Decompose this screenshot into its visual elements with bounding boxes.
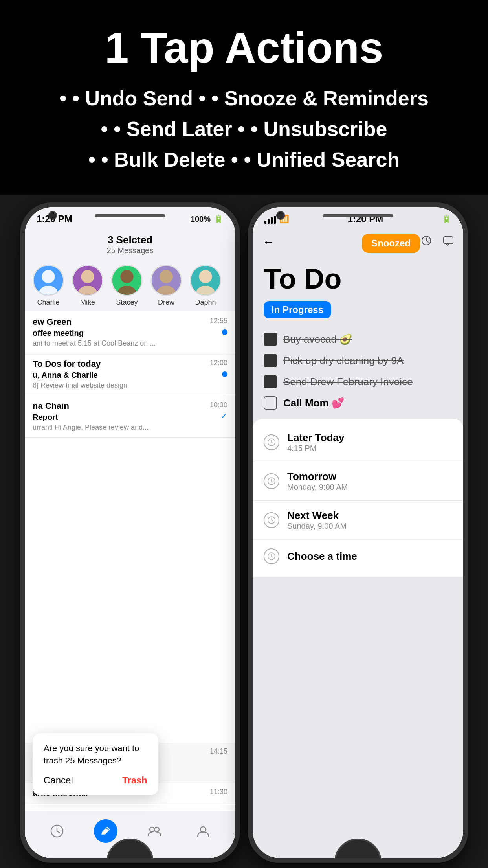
- snooze-item-2[interactable]: Tomorrow Monday, 9:00 AM: [253, 462, 463, 501]
- svg-line-25: [426, 241, 428, 242]
- dialog-cancel-button[interactable]: Cancel: [44, 775, 73, 786]
- snooze-label-3: Next Week: [287, 509, 347, 522]
- snooze-item-1[interactable]: Later Today 4:15 PM: [253, 423, 463, 462]
- left-time: 1:20 PM: [37, 213, 72, 224]
- svg-line-17: [57, 831, 59, 833]
- todo-text-4: Call Mom 💕: [283, 397, 344, 409]
- avatar-name-drew: Drew: [158, 298, 174, 307]
- svg-point-10: [160, 270, 172, 283]
- avatar-circle-daphn: [190, 265, 221, 296]
- snooze-label-4: Choose a time: [287, 550, 357, 563]
- email-subject-1: offee meeting: [33, 329, 227, 338]
- back-button[interactable]: ←: [262, 235, 275, 249]
- email-time-2: 12:00: [210, 359, 227, 367]
- avatar-name-charlie: Charlie: [37, 298, 59, 307]
- svg-point-1: [42, 270, 55, 283]
- todo-checkbox-2: [264, 354, 277, 367]
- main-title: 1 Tap Actions: [16, 24, 472, 71]
- todo-checkbox-4: [264, 396, 277, 410]
- in-progress-badge: In Progress: [264, 301, 331, 318]
- clock-icon-3: [264, 512, 279, 528]
- avatar-stacey[interactable]: Stacey: [111, 265, 143, 307]
- signal-icon: 📶: [264, 214, 289, 224]
- todo-item-1[interactable]: Buy avocad 🥑: [264, 333, 452, 346]
- history-icon[interactable]: [421, 235, 432, 249]
- snooze-item-3[interactable]: Next Week Sunday, 9:00 AM: [253, 501, 463, 540]
- email-item-1[interactable]: ew Green 12:55 offee meeting ant to meet…: [25, 311, 235, 353]
- email-preview-1: ant to meet at 5:15 at Cool Beanz on ...: [33, 339, 227, 348]
- left-phone-screen: 1:20 PM 100% 🔋 3 Selcted 25 Messages: [25, 207, 235, 858]
- todo-checkbox-1: [264, 333, 277, 346]
- email-item-2[interactable]: To Dos for today 12:00 u, Anna & Charlie…: [25, 353, 235, 395]
- email-item-3[interactable]: na Chain 10:30 Report urrantl Hi Angie, …: [25, 395, 235, 438]
- subtitle: • • Undo Send • • Snooze & Reminders • •…: [16, 83, 472, 175]
- todo-text-1: Buy avocad 🥑: [283, 333, 352, 346]
- clock-icon-2: [264, 473, 279, 489]
- todo-item-3[interactable]: Send Drew February Invoice: [264, 375, 452, 388]
- email-list: ew Green 12:55 offee meeting ant to meet…: [25, 311, 235, 438]
- feature-line-2: • • Send Later • • Unsubscribe: [101, 118, 387, 140]
- dialog-trash-button[interactable]: Trash: [122, 775, 147, 786]
- message-icon[interactable]: [443, 235, 454, 249]
- selected-sub: 25 Messages: [25, 246, 235, 255]
- avatar-charlie[interactable]: Charlie: [33, 265, 64, 307]
- svg-point-19: [150, 827, 154, 832]
- dialog-buttons: Cancel Trash: [44, 775, 147, 786]
- snooze-sub-3: Sunday, 9:00 AM: [287, 522, 347, 531]
- right-top-bar: ←: [253, 231, 463, 253]
- avatar-mike[interactable]: Mike: [72, 265, 103, 307]
- avatar-drew[interactable]: Drew: [150, 265, 182, 307]
- checkmark-3: ✓: [220, 411, 227, 421]
- avatar-daphn[interactable]: Daphn: [190, 265, 221, 307]
- feature-line-1: • • Undo Send • • Snooze & Reminders: [59, 87, 429, 110]
- dialog-box: Are you sure you want to trash 25 Messag…: [33, 733, 158, 795]
- todo-item-2[interactable]: Pick up dry cleaning by 9A: [264, 354, 452, 367]
- svg-point-4: [81, 270, 94, 283]
- selected-header: 3 Selcted 25 Messages: [25, 231, 235, 260]
- email-time-1: 12:55: [210, 317, 227, 325]
- email-preview-2: 6] Review final website design: [33, 381, 227, 390]
- avatar-name-mike: Mike: [80, 298, 95, 307]
- nav-contacts[interactable]: [191, 819, 215, 843]
- nav-compose[interactable]: [94, 819, 117, 843]
- avatar-circle-mike: [72, 265, 103, 296]
- todo-item-4[interactable]: Call Mom 💕: [264, 396, 452, 410]
- right-phone: 📶 1:20 PM 🔋 ←: [248, 202, 468, 863]
- nav-group[interactable]: [143, 819, 166, 843]
- nav-clock[interactable]: [45, 819, 69, 843]
- avatar-circle-stacey: [111, 265, 143, 296]
- email-sender-1: ew Green: [33, 317, 72, 327]
- email-time-3: 10:30: [210, 401, 227, 409]
- todo-title: To Do: [264, 263, 452, 295]
- feature-line-3: • • Bulk Delete • • Unified Search: [88, 148, 400, 171]
- right-time: 1:20 PM: [348, 213, 383, 224]
- email-sender-3: na Chain: [33, 401, 69, 411]
- right-phone-screen: 📶 1:20 PM 🔋 ←: [253, 207, 463, 858]
- avatar-circle-drew: [150, 265, 182, 296]
- svg-point-20: [154, 827, 159, 832]
- snooze-sub-1: 4:15 PM: [287, 444, 344, 453]
- avatar-circle-charlie: [33, 265, 64, 296]
- dialog-overlay: Are you sure you want to trash 25 Messag…: [25, 733, 235, 795]
- todo-content: To Do In Progress: [253, 253, 463, 333]
- selected-count: 3 Selcted: [25, 234, 235, 246]
- avatar-row: Charlie Mike: [25, 260, 235, 311]
- svg-line-32: [272, 481, 273, 482]
- right-battery: 🔋: [442, 214, 451, 224]
- snooze-item-4[interactable]: Choose a time: [253, 540, 463, 573]
- email-subject-3: Report: [33, 413, 227, 422]
- snooze-sub-2: Monday, 9:00 AM: [287, 483, 348, 492]
- dialog-text: Are you sure you want to trash 25 Messag…: [44, 743, 147, 767]
- todo-checkbox-3: [264, 375, 277, 388]
- svg-rect-26: [444, 237, 453, 244]
- left-phone: 1:20 PM 100% 🔋 3 Selcted 25 Messages: [20, 202, 240, 863]
- svg-line-35: [272, 520, 273, 521]
- snooze-label-1: Later Today: [287, 432, 344, 444]
- phones-section: 1:20 PM 100% 🔋 3 Selcted 25 Messages: [0, 195, 488, 868]
- snoozed-badge[interactable]: Snoozed: [362, 234, 420, 253]
- email-preview-3: urrantl Hi Angie, Please review and...: [33, 423, 227, 432]
- snooze-label-2: Tomorrow: [287, 471, 348, 483]
- email-subject-2: u, Anna & Charlie: [33, 371, 227, 380]
- svg-line-29: [272, 442, 273, 443]
- todo-text-2: Pick up dry cleaning by 9A: [283, 355, 404, 367]
